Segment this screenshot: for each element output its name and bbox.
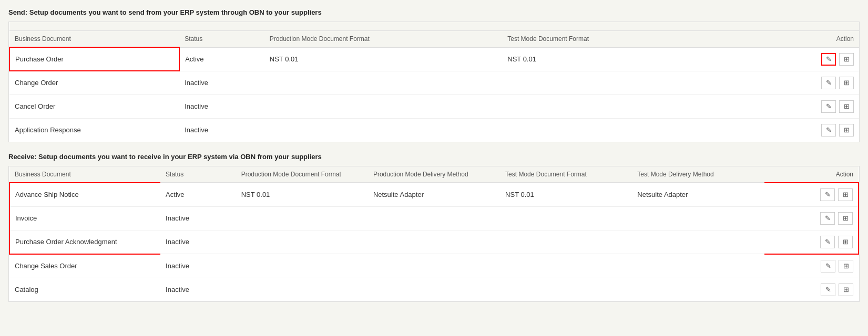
send-table-row: Change Order Inactive ✎ ⊞ (9, 71, 859, 94)
recv-table-row: Advance Ship Notice Active NST 0.01 Nets… (9, 183, 859, 207)
send-col-action (740, 22, 859, 31)
recv-prod-format-cell (236, 254, 368, 278)
recv-status-cell: Inactive (160, 230, 236, 254)
recv-th-doc: Business Document (9, 166, 160, 183)
recv-prod-format-cell (236, 278, 368, 301)
recv-test-format-cell (500, 254, 632, 278)
recv-edit-button[interactable]: ✎ (820, 188, 835, 201)
recv-th-status: Status (160, 166, 236, 183)
send-table-header-labels: Business Document Status Production Mode… (9, 31, 859, 48)
send-table-row: Application Response Inactive ✎ ⊞ (9, 118, 859, 142)
recv-action-cell: ✎ ⊞ (764, 230, 859, 254)
send-prod-format-cell (264, 94, 502, 118)
send-col-status (179, 22, 264, 31)
send-action-cell: ✎ ⊞ (740, 71, 859, 94)
recv-grid-button[interactable]: ⊞ (839, 260, 853, 272)
recv-table-row: Invoice Inactive ✎ ⊞ (9, 206, 859, 230)
recv-doc-cell: Advance Ship Notice (9, 183, 160, 207)
recv-edit-button[interactable]: ✎ (821, 260, 835, 272)
recv-doc-cell: Catalog (9, 278, 160, 301)
send-test-format-cell: NST 0.01 (502, 47, 740, 71)
recv-prod-format-cell (236, 206, 368, 230)
recv-edit-button[interactable]: ✎ (820, 236, 835, 248)
recv-doc-cell: Change Sales Order (9, 254, 160, 278)
recv-edit-button[interactable]: ✎ (821, 284, 835, 296)
recv-prod-delivery-cell (368, 206, 500, 230)
send-status-cell: Inactive (179, 71, 264, 94)
send-section-title: Send: Setup documents you want to send f… (8, 8, 860, 16)
send-col-test-format (502, 22, 740, 31)
send-table-row: Purchase Order Active NST 0.01 NST 0.01 … (9, 47, 859, 71)
send-edit-button[interactable]: ✎ (821, 124, 836, 136)
send-action-cell: ✎ ⊞ (740, 94, 859, 118)
recv-action-cell: ✎ ⊞ (764, 254, 859, 278)
send-th-doc: Business Document (9, 31, 179, 48)
recv-action-cell: ✎ ⊞ (764, 183, 859, 207)
receive-section: Receive: Setup documents you want to rec… (8, 153, 860, 302)
send-grid-button[interactable]: ⊞ (839, 100, 854, 113)
recv-test-delivery-cell (632, 230, 764, 254)
recv-grid-button[interactable]: ⊞ (838, 188, 853, 201)
recv-prod-format-cell: NST 0.01 (236, 183, 368, 207)
receive-table-header-labels: Business Document Status Production Mode… (9, 166, 859, 183)
send-grid-button[interactable]: ⊞ (839, 77, 854, 89)
send-test-format-cell (502, 94, 740, 118)
recv-test-format-cell (500, 230, 632, 254)
send-edit-button[interactable]: ✎ (821, 53, 836, 66)
send-table-header (9, 22, 859, 31)
recv-th-prod-format: Production Mode Document Format (236, 166, 368, 183)
send-grid-button[interactable]: ⊞ (839, 124, 854, 136)
send-th-action: Action (740, 31, 859, 48)
recv-th-action: Action (764, 166, 859, 183)
send-test-format-cell (502, 71, 740, 94)
send-prod-format-cell: NST 0.01 (264, 47, 502, 71)
recv-test-format-cell: NST 0.01 (500, 183, 632, 207)
recv-grid-button[interactable]: ⊞ (838, 236, 853, 248)
send-doc-cell: Purchase Order (9, 47, 179, 71)
recv-test-delivery-cell (632, 206, 764, 230)
recv-prod-delivery-cell: Netsuite Adapter (368, 183, 500, 207)
send-prod-format-cell (264, 118, 502, 142)
send-col-doc (9, 22, 179, 31)
send-doc-cell: Application Response (9, 118, 179, 142)
send-section: Send: Setup documents you want to send f… (8, 8, 860, 142)
recv-status-cell: Inactive (160, 278, 236, 301)
recv-prod-format-cell (236, 230, 368, 254)
send-edit-button[interactable]: ✎ (821, 77, 836, 89)
recv-status-cell: Inactive (160, 254, 236, 278)
recv-th-prod-delivery: Production Mode Delivery Method (368, 166, 500, 183)
send-status-cell: Active (179, 47, 264, 71)
send-table-wrapper: Business Document Status Production Mode… (8, 22, 860, 142)
send-status-cell: Inactive (179, 94, 264, 118)
recv-test-delivery-cell: Netsuite Adapter (632, 183, 764, 207)
recv-doc-cell: Purchase Order Acknowledgment (9, 230, 160, 254)
recv-status-cell: Inactive (160, 206, 236, 230)
send-action-cell: ✎ ⊞ (740, 47, 859, 71)
recv-doc-cell: Invoice (9, 206, 160, 230)
send-table: Business Document Status Production Mode… (9, 22, 859, 142)
receive-section-title: Receive: Setup documents you want to rec… (8, 153, 860, 161)
send-doc-cell: Cancel Order (9, 94, 179, 118)
recv-grid-button[interactable]: ⊞ (838, 212, 853, 225)
recv-table-row: Change Sales Order Inactive ✎ ⊞ (9, 254, 859, 278)
send-th-prod-format: Production Mode Document Format (264, 31, 502, 48)
recv-th-test-format: Test Mode Document Format (500, 166, 632, 183)
send-table-row: Cancel Order Inactive ✎ ⊞ (9, 94, 859, 118)
recv-grid-button[interactable]: ⊞ (839, 284, 853, 296)
recv-edit-button[interactable]: ✎ (820, 212, 835, 225)
recv-test-format-cell (500, 278, 632, 301)
recv-prod-delivery-cell (368, 254, 500, 278)
send-th-test-format: Test Mode Document Format (502, 31, 740, 48)
send-test-format-cell (502, 118, 740, 142)
recv-prod-delivery-cell (368, 278, 500, 301)
recv-th-test-delivery: Test Mode Delivery Method (632, 166, 764, 183)
recv-table-row: Catalog Inactive ✎ ⊞ (9, 278, 859, 301)
send-doc-cell: Change Order (9, 71, 179, 94)
receive-table-wrapper: Business Document Status Production Mode… (8, 166, 860, 302)
recv-status-cell: Active (160, 183, 236, 207)
send-grid-button[interactable]: ⊞ (839, 53, 854, 66)
send-action-cell: ✎ ⊞ (740, 118, 859, 142)
recv-prod-delivery-cell (368, 230, 500, 254)
send-col-prod-format (264, 22, 502, 31)
send-edit-button[interactable]: ✎ (821, 100, 836, 113)
